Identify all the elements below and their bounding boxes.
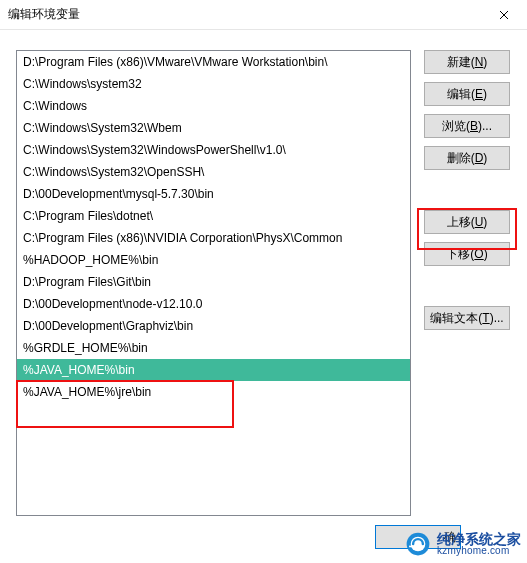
list-item[interactable]: C:\Windows\system32 xyxy=(17,73,410,95)
path-listbox[interactable]: D:\Program Files (x86)\VMware\VMware Wor… xyxy=(16,50,411,516)
list-item[interactable]: %JAVA_HOME%\jre\bin xyxy=(17,381,410,403)
list-item[interactable]: D:\Program Files\Git\bin xyxy=(17,271,410,293)
move-down-button[interactable]: 下移(O) xyxy=(424,242,510,266)
list-item[interactable]: D:\00Development\mysql-5.7.30\bin xyxy=(17,183,410,205)
list-item[interactable]: %JAVA_HOME%\bin xyxy=(17,359,410,381)
list-item[interactable]: C:\Windows\System32\OpenSSH\ xyxy=(17,161,410,183)
svg-rect-2 xyxy=(409,546,413,548)
watermark-name: 纯净系统之家 xyxy=(437,532,521,546)
list-item[interactable]: C:\Program Files (x86)\NVIDIA Corporatio… xyxy=(17,227,410,249)
list-item[interactable]: C:\Program Files\dotnet\ xyxy=(17,205,410,227)
watermark-icon xyxy=(405,531,431,557)
close-button[interactable] xyxy=(481,0,527,30)
list-item[interactable]: C:\Windows\System32\WindowsPowerShell\v1… xyxy=(17,139,410,161)
list-item[interactable]: C:\Windows\System32\Wbem xyxy=(17,117,410,139)
dialog-body: D:\Program Files (x86)\VMware\VMware Wor… xyxy=(0,30,527,563)
list-item[interactable]: C:\Windows xyxy=(17,95,410,117)
browse-button[interactable]: 浏览(B)... xyxy=(424,114,510,138)
new-button[interactable]: 新建(N) xyxy=(424,50,510,74)
close-icon xyxy=(499,10,509,20)
edit-button[interactable]: 编辑(E) xyxy=(424,82,510,106)
title-bar: 编辑环境变量 xyxy=(0,0,527,30)
delete-button[interactable]: 删除(D) xyxy=(424,146,510,170)
list-item[interactable]: %HADOOP_HOME%\bin xyxy=(17,249,410,271)
edit-text-button[interactable]: 编辑文本(T)... xyxy=(424,306,510,330)
watermark: 纯净系统之家 kzmyhome.com xyxy=(405,531,521,557)
window-title: 编辑环境变量 xyxy=(8,6,481,23)
button-column: 新建(N) 编辑(E) 浏览(B)... 删除(D) 上移(U) 下移(O) 编… xyxy=(424,50,510,330)
list-item[interactable]: %GRDLE_HOME%\bin xyxy=(17,337,410,359)
watermark-url: kzmyhome.com xyxy=(437,546,521,556)
list-item[interactable]: D:\00Development\node-v12.10.0 xyxy=(17,293,410,315)
list-item[interactable]: D:\00Development\Graphviz\bin xyxy=(17,315,410,337)
list-item[interactable]: D:\Program Files (x86)\VMware\VMware Wor… xyxy=(17,51,410,73)
move-up-button[interactable]: 上移(U) xyxy=(424,210,510,234)
